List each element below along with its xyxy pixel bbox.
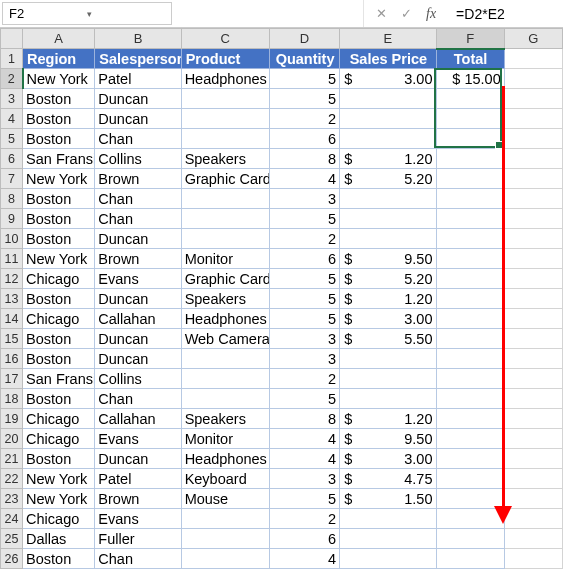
chevron-down-icon[interactable]: ▾ [87, 9, 165, 19]
cell-sales[interactable]: Brown [95, 489, 181, 509]
cell-sales[interactable]: Brown [95, 169, 181, 189]
cell-region[interactable]: Chicago [23, 429, 95, 449]
row-header-21[interactable]: 21 [1, 449, 23, 469]
cell-qty[interactable]: 6 [269, 129, 339, 149]
cell-qty[interactable]: 5 [269, 489, 339, 509]
cell-total[interactable] [436, 209, 504, 229]
cell-price[interactable]: $3.00 [340, 69, 436, 89]
cell-qty[interactable]: 4 [269, 169, 339, 189]
col-header-A[interactable]: A [23, 29, 95, 49]
cell-price[interactable]: $9.50 [340, 429, 436, 449]
cell-region[interactable]: Boston [23, 389, 95, 409]
cell-product[interactable]: Web Camera [181, 329, 269, 349]
cell-qty[interactable]: 5 [269, 269, 339, 289]
row-header-22[interactable]: 22 [1, 469, 23, 489]
cell-G4[interactable] [504, 109, 562, 129]
cell-sales[interactable]: Callahan [95, 409, 181, 429]
cell-price[interactable] [340, 89, 436, 109]
cell-qty[interactable]: 3 [269, 329, 339, 349]
col-header-B[interactable]: B [95, 29, 181, 49]
cell-region[interactable]: Boston [23, 229, 95, 249]
cell-G2[interactable] [504, 69, 562, 89]
cell-qty[interactable]: 6 [269, 249, 339, 269]
cell-total[interactable] [436, 89, 504, 109]
cell-product[interactable] [181, 209, 269, 229]
row-header-18[interactable]: 18 [1, 389, 23, 409]
hdr-total[interactable]: Total [436, 49, 504, 69]
cell-qty[interactable]: 2 [269, 229, 339, 249]
cell-G8[interactable] [504, 189, 562, 209]
hdr-price[interactable]: Sales Price [340, 49, 436, 69]
cell-sales[interactable]: Callahan [95, 309, 181, 329]
cell-total[interactable] [436, 469, 504, 489]
cell-product[interactable] [181, 189, 269, 209]
cell-G11[interactable] [504, 249, 562, 269]
cell-product[interactable]: Keyboard [181, 469, 269, 489]
enter-icon[interactable]: ✓ [401, 6, 412, 21]
row-header-23[interactable]: 23 [1, 489, 23, 509]
row-header-6[interactable]: 6 [1, 149, 23, 169]
hdr-product[interactable]: Product [181, 49, 269, 69]
cell-product[interactable] [181, 229, 269, 249]
cell-total[interactable] [436, 369, 504, 389]
cell-region[interactable]: Boston [23, 209, 95, 229]
cell-qty[interactable]: 3 [269, 349, 339, 369]
cell-total[interactable] [436, 529, 504, 549]
cell-price[interactable] [340, 209, 436, 229]
row-header-8[interactable]: 8 [1, 189, 23, 209]
cell-region[interactable]: Boston [23, 109, 95, 129]
cell-total[interactable] [436, 409, 504, 429]
cell-price[interactable]: $5.50 [340, 329, 436, 349]
cell-total[interactable] [436, 249, 504, 269]
cell-price[interactable] [340, 129, 436, 149]
cell-price[interactable] [340, 549, 436, 569]
cell-sales[interactable]: Chan [95, 389, 181, 409]
cell-qty[interactable]: 6 [269, 529, 339, 549]
row-header-4[interactable]: 4 [1, 109, 23, 129]
cell-region[interactable]: New York [23, 469, 95, 489]
row-header-15[interactable]: 15 [1, 329, 23, 349]
cell-G7[interactable] [504, 169, 562, 189]
cell-sales[interactable]: Evans [95, 509, 181, 529]
select-all[interactable] [1, 29, 23, 49]
cell-total[interactable] [436, 169, 504, 189]
fx-icon[interactable]: fx [426, 6, 436, 22]
cell-sales[interactable]: Patel [95, 469, 181, 489]
cell-region[interactable]: New York [23, 249, 95, 269]
cell-G23[interactable] [504, 489, 562, 509]
cell-region[interactable]: Boston [23, 349, 95, 369]
col-header-C[interactable]: C [181, 29, 269, 49]
cell-total[interactable] [436, 509, 504, 529]
cell-G25[interactable] [504, 529, 562, 549]
cell-total[interactable] [436, 109, 504, 129]
cell-product[interactable] [181, 349, 269, 369]
cell-price[interactable] [340, 189, 436, 209]
row-header-5[interactable]: 5 [1, 129, 23, 149]
row-header-26[interactable]: 26 [1, 549, 23, 569]
cell-G12[interactable] [504, 269, 562, 289]
cell-sales[interactable]: Chan [95, 129, 181, 149]
cell-G16[interactable] [504, 349, 562, 369]
row-header-3[interactable]: 3 [1, 89, 23, 109]
cell-qty[interactable]: 3 [269, 469, 339, 489]
cell-G18[interactable] [504, 389, 562, 409]
cell-G6[interactable] [504, 149, 562, 169]
cell-product[interactable]: Graphic Card [181, 169, 269, 189]
cell-total[interactable] [436, 449, 504, 469]
row-header-10[interactable]: 10 [1, 229, 23, 249]
row-header-24[interactable]: 24 [1, 509, 23, 529]
cell-qty[interactable]: 5 [269, 389, 339, 409]
cell-sales[interactable]: Duncan [95, 109, 181, 129]
cell-price[interactable] [340, 529, 436, 549]
cell-sales[interactable]: Duncan [95, 89, 181, 109]
cell-price[interactable] [340, 109, 436, 129]
cell-region[interactable]: New York [23, 69, 95, 89]
hdr-qty[interactable]: Quantity [269, 49, 339, 69]
cell-price[interactable]: $5.20 [340, 269, 436, 289]
cell-qty[interactable]: 4 [269, 429, 339, 449]
cell-G10[interactable] [504, 229, 562, 249]
cell-G17[interactable] [504, 369, 562, 389]
hdr-region[interactable]: Region [23, 49, 95, 69]
cell-price[interactable] [340, 229, 436, 249]
cell-price[interactable] [340, 349, 436, 369]
